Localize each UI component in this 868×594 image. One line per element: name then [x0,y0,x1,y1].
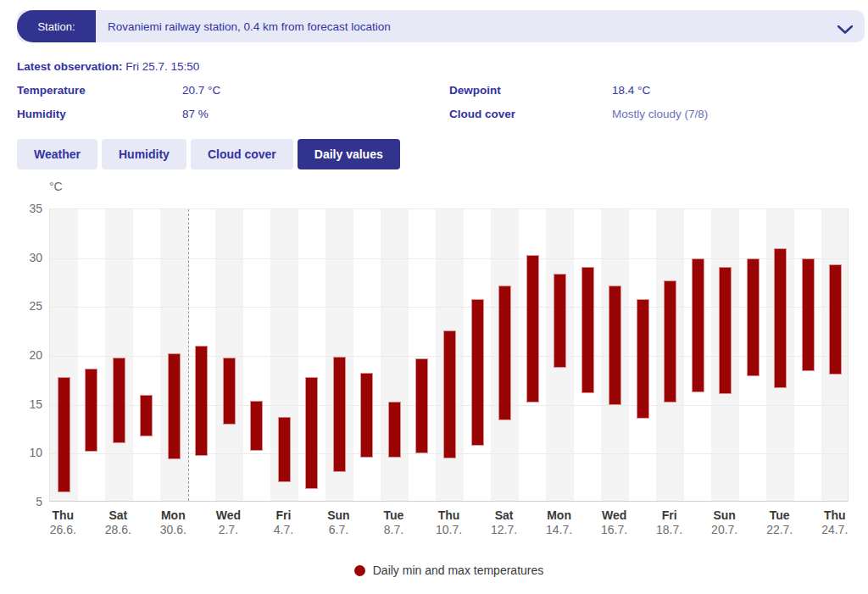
x-axis-label: Wed2.7. [201,508,255,537]
x-label-day: Wed [587,508,642,523]
x-label-date: 16.7. [587,523,642,537]
x-label-day: Mon [532,508,587,523]
humidity-value: 87 % [182,108,209,120]
weather-observation-panel: Station: Rovaniemi railway station, 0.4 … [0,0,868,594]
x-label-date: 12.7. [477,523,531,537]
latest-observation-line: Latest observation: Fri 25.7. 15:50 [17,60,199,73]
x-axis-label: Sat28.6. [91,508,145,537]
x-axis-label: Fri18.7. [643,508,697,537]
x-axis-label: Wed16.7. [587,508,642,537]
x-label-date: 20.7. [698,523,752,537]
x-label-day: Sun [698,508,752,523]
x-label-date: 8.7. [366,523,420,537]
station-selector[interactable]: Station: Rovaniemi railway station, 0.4 … [17,10,865,42]
x-axis-label: Mon30.6. [146,508,200,537]
y-axis-unit-label: °C [49,180,63,193]
range-bar [195,346,208,455]
station-value: Rovaniemi railway station, 0.4 km from f… [108,10,391,42]
range-bar [692,258,704,392]
range-bar [664,280,676,402]
x-label-date: 2.7. [201,523,255,537]
range-bar [333,357,346,472]
y-tick-label: 35 [0,202,42,215]
chart-tabs: Weather Humidity Cloud cover Daily value… [17,139,400,169]
x-label-date: 22.7. [753,523,807,537]
range-bar [360,373,373,458]
dewpoint-label: Dewpoint [449,84,501,97]
station-label-pill: Station: [17,10,96,42]
y-tick-label: 25 [0,299,42,313]
x-axis-label: Sat12.7. [477,508,531,537]
range-bar [113,358,125,442]
tab-humidity[interactable]: Humidity [102,139,186,169]
x-axis-label: Thu26.6. [36,508,90,537]
x-label-day: Fri [256,508,310,523]
tab-cloud-cover[interactable]: Cloud cover [191,139,293,169]
range-bar [554,274,566,368]
x-label-date: 24.7. [808,523,862,537]
legend-item-daily-min-max[interactable]: Daily min and max temperatures [49,561,849,580]
x-label-date: 18.7. [643,523,697,537]
tab-daily-values[interactable]: Daily values [298,139,400,169]
x-label-date: 10.7. [422,523,476,537]
range-bar [526,255,539,402]
range-bar [774,248,787,388]
day-stripe [215,209,243,501]
range-bar [609,286,621,405]
x-label-date: 26.6. [36,523,90,537]
gridline [50,258,848,259]
legend-dot-icon [354,565,365,576]
x-label-date: 28.6. [91,523,145,537]
x-axis-label: Tue8.7. [366,508,420,537]
x-label-day: Thu [422,508,476,523]
range-bar [278,417,291,482]
humidity-label: Humidity [17,108,66,120]
station-label: Station: [37,20,75,33]
x-label-day: Sun [311,508,365,523]
range-bar [388,402,401,458]
range-bar [168,353,181,460]
plot-area [49,208,849,502]
x-label-date: 30.6. [146,523,200,537]
x-axis-label: Sun6.7. [311,508,365,537]
chevron-down-icon[interactable] [837,22,853,37]
range-bar [85,369,97,452]
y-axis-labels: 5101520253035 [0,208,42,502]
x-label-day: Fri [643,508,697,523]
x-label-day: Mon [146,508,200,523]
y-tick-label: 30 [0,251,42,264]
legend-label: Daily min and max temperatures [373,563,544,577]
x-label-day: Tue [366,508,420,523]
y-tick-label: 5 [0,495,42,508]
range-bar [223,358,236,424]
x-axis-label: Thu24.7. [808,508,862,537]
x-label-day: Wed [201,508,255,523]
range-bar [829,264,842,375]
range-bar [802,258,815,372]
range-bar [719,267,732,394]
dewpoint-value: 18.4 °C [612,84,650,97]
month-divider-line [188,209,189,501]
range-bar [305,377,318,488]
y-tick-label: 10 [0,446,42,459]
x-label-day: Thu [808,508,862,523]
day-stripe [105,209,133,501]
cloud-cover-value: Mostly cloudy (7/8) [612,108,708,120]
x-label-day: Thu [36,508,90,523]
x-axis-label: Sun20.7. [698,508,752,537]
range-bar [637,299,649,419]
latest-observation-time: Fri 25.7. 15:50 [125,60,199,73]
x-axis-label: Thu10.7. [422,508,476,537]
temperature-value: 20.7 °C [182,84,220,97]
latest-observation-label: Latest observation: [17,60,123,73]
range-bar [747,258,760,377]
range-bar [471,299,484,446]
tab-weather[interactable]: Weather [17,139,97,169]
x-axis-label: Tue22.7. [753,508,807,537]
range-bar [581,267,594,393]
x-label-day: Sat [477,508,531,523]
temperature-label: Temperature [17,84,86,97]
range-bar [250,401,263,451]
x-label-day: Sat [91,508,145,523]
x-axis-label: Mon14.7. [532,508,587,537]
